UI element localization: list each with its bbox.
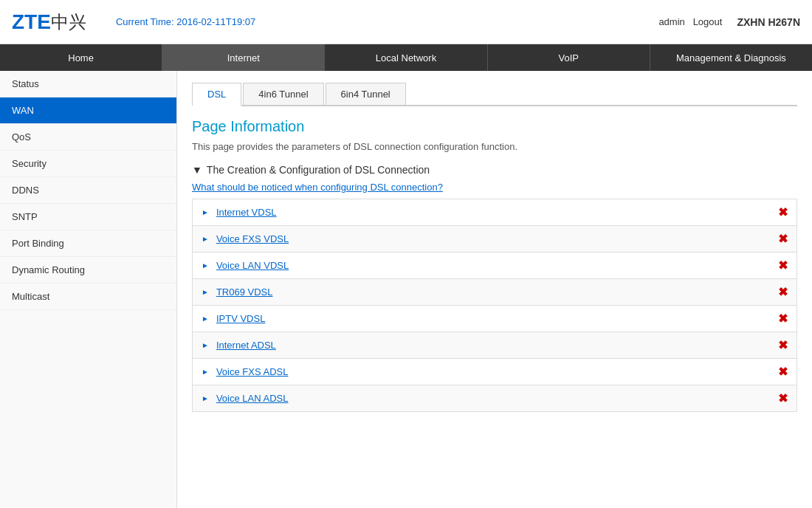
nav-internet[interactable]: Internet [162, 44, 325, 71]
sidebar-item-qos[interactable]: QoS [0, 124, 176, 151]
nav-management[interactable]: Management & Diagnosis [650, 44, 812, 71]
tab-4in6[interactable]: 4in6 Tunnel [243, 83, 323, 105]
user-info: admin Logout [658, 16, 722, 27]
conn-name-tr069-vdsl[interactable]: TR069 VDSL [216, 286, 778, 298]
sidebar-item-status[interactable]: Status [0, 71, 176, 97]
sidebar-item-port-binding[interactable]: Port Binding [0, 230, 176, 257]
sidebar: Status WAN QoS Security DDNS SNTP Port B… [0, 71, 177, 508]
conn-expand-arrow[interactable]: ► [202, 368, 209, 376]
conn-delete-iptv-vdsl[interactable]: ✖ [778, 312, 788, 326]
conn-delete-voice-lan-vdsl[interactable]: ✖ [778, 258, 788, 272]
conn-expand-arrow[interactable]: ► [202, 235, 209, 243]
conn-expand-arrow[interactable]: ► [202, 341, 209, 349]
logo: ZTE 中兴 [12, 10, 86, 34]
current-time-value: 2016-02-11T19:07 [176, 16, 255, 27]
conn-row-voice-fxs-vdsl: ► Voice FXS VDSL ✖ [192, 225, 797, 253]
conn-row-iptv-vdsl: ► IPTV VDSL ✖ [192, 305, 797, 332]
conn-row-voice-lan-adsl: ► Voice LAN ADSL ✖ [192, 385, 797, 412]
nav-home[interactable]: Home [0, 44, 162, 71]
conn-name-voice-fxs-vdsl[interactable]: Voice FXS VDSL [216, 233, 778, 244]
sidebar-item-multicast[interactable]: Multicast [0, 284, 176, 310]
logo-zte: ZTE [12, 10, 51, 34]
conn-name-voice-lan-adsl[interactable]: Voice LAN ADSL [216, 393, 778, 404]
current-time: Current Time: 2016-02-11T19:07 [116, 16, 658, 27]
logo-cn: 中兴 [51, 10, 86, 34]
main-nav: Home Internet Local Network VoIP Managem… [0, 44, 812, 71]
conn-row-internet-adsl: ► Internet ADSL ✖ [192, 332, 797, 359]
section-help-link[interactable]: What should be noticed when configuring … [192, 182, 797, 193]
sidebar-item-wan[interactable]: WAN [0, 97, 176, 124]
section-collapse-arrow[interactable]: ▼ [192, 164, 202, 176]
sidebar-item-security[interactable]: Security [0, 151, 176, 177]
conn-name-iptv-vdsl[interactable]: IPTV VDSL [216, 313, 778, 324]
sidebar-item-dynamic-routing[interactable]: Dynamic Routing [0, 257, 176, 284]
conn-delete-voice-fxs-vdsl[interactable]: ✖ [778, 232, 788, 246]
sidebar-item-sntp[interactable]: SNTP [0, 204, 176, 230]
conn-name-internet-adsl[interactable]: Internet ADSL [216, 340, 778, 351]
tab-6in4[interactable]: 6in4 Tunnel [326, 83, 406, 105]
conn-row-voice-lan-vdsl: ► Voice LAN VDSL ✖ [192, 252, 797, 279]
conn-delete-voice-fxs-adsl[interactable]: ✖ [778, 365, 788, 379]
section-title: The Creation & Configuration of DSL Conn… [207, 164, 430, 176]
conn-delete-tr069-vdsl[interactable]: ✖ [778, 285, 788, 299]
conn-name-internet-vdsl[interactable]: Internet VDSL [216, 207, 778, 218]
device-name: ZXHN H267N [737, 16, 800, 28]
header: ZTE 中兴 Current Time: 2016-02-11T19:07 ad… [0, 0, 812, 44]
admin-link[interactable]: admin [658, 16, 684, 27]
sidebar-item-ddns[interactable]: DDNS [0, 177, 176, 204]
page-title: Page Information [192, 118, 797, 135]
conn-row-voice-fxs-adsl: ► Voice FXS ADSL ✖ [192, 358, 797, 385]
nav-voip[interactable]: VoIP [488, 44, 650, 71]
nav-local-network[interactable]: Local Network [325, 44, 487, 71]
conn-row-tr069-vdsl: ► TR069 VDSL ✖ [192, 278, 797, 306]
conn-expand-arrow[interactable]: ► [202, 208, 209, 216]
section-header: ▼ The Creation & Configuration of DSL Co… [192, 164, 797, 176]
connection-list: ► Internet VDSL ✖ ► Voice FXS VDSL ✖ ► V… [192, 199, 797, 412]
conn-expand-arrow[interactable]: ► [202, 261, 209, 270]
tab-bar: DSL 4in6 Tunnel 6in4 Tunnel [192, 83, 797, 106]
conn-delete-voice-lan-adsl[interactable]: ✖ [778, 391, 788, 405]
logout-link[interactable]: Logout [693, 16, 723, 27]
conn-row-internet-vdsl: ► Internet VDSL ✖ [192, 199, 797, 226]
conn-expand-arrow[interactable]: ► [202, 394, 209, 402]
conn-expand-arrow[interactable]: ► [202, 315, 209, 323]
conn-delete-internet-vdsl[interactable]: ✖ [778, 205, 788, 219]
conn-delete-internet-adsl[interactable]: ✖ [778, 338, 788, 352]
conn-expand-arrow[interactable]: ► [202, 288, 209, 296]
tab-dsl[interactable]: DSL [192, 83, 241, 106]
conn-name-voice-fxs-adsl[interactable]: Voice FXS ADSL [216, 366, 778, 377]
current-time-label: Current Time: [116, 16, 176, 27]
conn-name-voice-lan-vdsl[interactable]: Voice LAN VDSL [216, 260, 778, 271]
layout: Status WAN QoS Security DDNS SNTP Port B… [0, 71, 812, 508]
main-content: DSL 4in6 Tunnel 6in4 Tunnel Page Informa… [177, 71, 812, 508]
page-description: This page provides the parameters of DSL… [192, 141, 797, 152]
